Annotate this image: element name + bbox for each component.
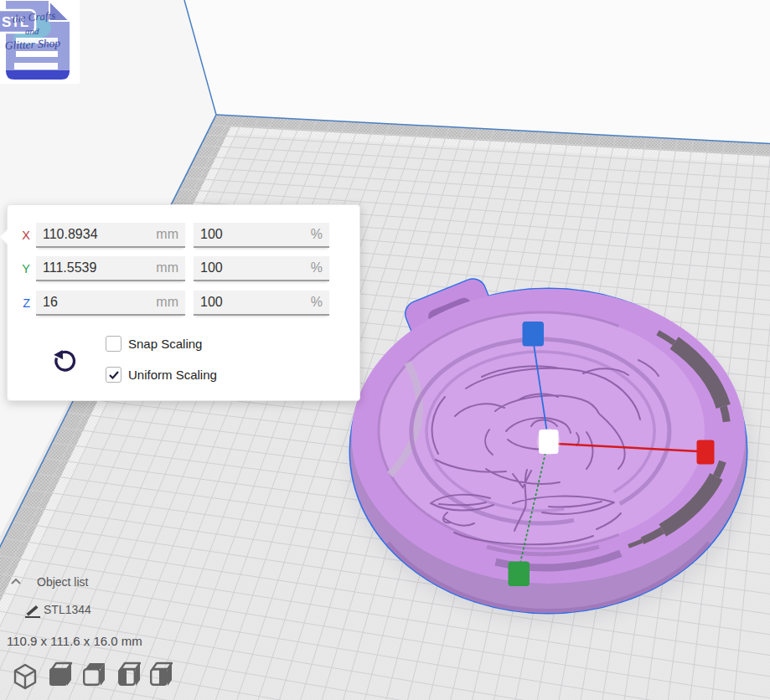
svg-text:and: and [25, 26, 39, 36]
